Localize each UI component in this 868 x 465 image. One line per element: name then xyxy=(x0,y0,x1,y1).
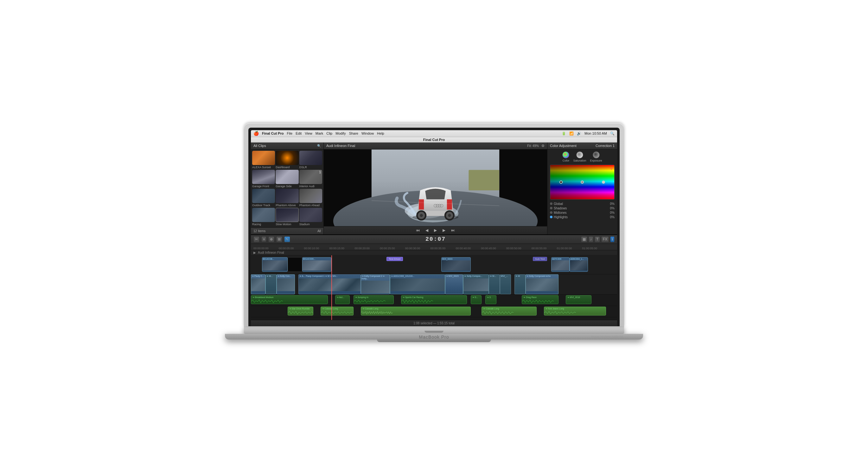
play-to-start-btn[interactable]: ⏮ xyxy=(415,227,421,233)
audio-clip-s2[interactable]: ↠ S xyxy=(485,295,496,304)
audio-clip-sports-car[interactable]: ↠ Sports Car Racing xyxy=(401,295,467,304)
clip-item-dslr[interactable]: DSLR xyxy=(299,151,322,169)
clip-item-slow-motion[interactable]: Slow Motion xyxy=(276,208,299,226)
tl-audio-btn[interactable]: ♪ xyxy=(589,236,594,242)
menu-item-file[interactable]: File xyxy=(287,131,292,135)
video-track-top-clips: Test Driver B014C0B... xyxy=(251,256,617,273)
audio-clip-catwalk1[interactable]: ↠ Catwalk Long xyxy=(320,307,353,315)
tl-tools-icon[interactable]: ✂ xyxy=(253,236,259,242)
mvt-clip-combined[interactable]: ↠ A... Pauly Composed 1 ↠ M ↠ MV... xyxy=(299,274,361,294)
mvt-clip-mvi0023[interactable]: ↠ MVI_0023 xyxy=(445,274,463,294)
video-track-top: Test Driver B014C0B... xyxy=(251,255,617,274)
menu-item-view[interactable]: View xyxy=(305,131,312,135)
menu-search-icon[interactable]: 🔍 xyxy=(610,131,615,135)
mvt-clip-kelly-echo[interactable]: ↠ Kelly Composed echo xyxy=(526,274,558,294)
preview-title: Audi Infineon Final xyxy=(326,144,525,148)
clip-item-interior-audi[interactable]: 1 Interior Audi xyxy=(299,170,322,188)
ruler-mark-10: 00:00:50:00 xyxy=(506,247,521,250)
tl-select-btn[interactable]: ↖ xyxy=(284,236,290,242)
ruler-mark-0: 00:00:00:00 xyxy=(253,247,269,250)
clip-thumb-phantom-ahead xyxy=(299,189,322,203)
menu-item-share[interactable]: Share xyxy=(349,131,358,135)
clip-item-alexa-sunset[interactable]: ALEXA Sunset xyxy=(252,151,275,169)
clip-item-racing[interactable]: Racing xyxy=(252,208,275,226)
menu-item-window[interactable]: Window xyxy=(362,131,374,135)
audio-clip-drag-race[interactable]: ↠ Drag Race xyxy=(522,295,558,304)
mvt-clip-kelly2[interactable]: ↠ Kelly Composed 2 ↠ Kelly... xyxy=(361,274,390,294)
menu-item-help[interactable]: Help xyxy=(377,131,384,135)
clip-item-garage-side[interactable]: Garage Side xyxy=(276,170,299,188)
tl-expand-icon[interactable]: ▶ xyxy=(253,251,256,254)
menu-item-mark[interactable]: Mark xyxy=(315,131,323,135)
audio-clip-toni-jeans[interactable]: ↠ Toni Jeans Long xyxy=(544,307,606,315)
step-back-btn[interactable]: ◀ xyxy=(424,227,430,233)
clip-thumb-outdoor-track xyxy=(252,189,275,203)
tl-fx-btn[interactable]: FX xyxy=(601,236,609,242)
audio-clip-star-drive[interactable]: ↠ Star Drive Rumble xyxy=(288,307,313,315)
a009-clip[interactable]: A09C004_1... xyxy=(569,257,588,272)
mvt-clip-pauly[interactable]: ↠ Pauly C... xyxy=(251,274,266,294)
audio-clip-jumping[interactable]: ↠ Jumping In xyxy=(353,295,394,304)
test-driver-badge[interactable]: Test Driver xyxy=(386,257,403,261)
clip-item-phantom-ahead[interactable]: Phantom Ahead xyxy=(299,189,322,207)
playhead[interactable] xyxy=(331,255,332,320)
clip-thumb-interior-audi: 1 xyxy=(299,170,322,184)
a007-clip[interactable]: A07C006 xyxy=(551,257,569,272)
audio-clip-aut[interactable]: ↠ Aut... xyxy=(335,295,350,304)
sub-text-badge[interactable]: Sub Text xyxy=(533,257,547,261)
mvt-clip-mvi-s[interactable]: MVI_... xyxy=(500,274,511,294)
audio-clip-catwalk2[interactable]: ↠ Catwalk Long xyxy=(361,307,471,315)
mvi-clip[interactable]: MVI_0003 xyxy=(441,257,470,272)
menu-item-app[interactable]: Final Cut Pro xyxy=(262,131,283,135)
macbook-stand xyxy=(377,339,491,342)
color-board[interactable]: + xyxy=(550,165,615,199)
color-tab-exposure[interactable]: Exposure xyxy=(590,151,602,162)
menu-item-clip[interactable]: Clip xyxy=(326,131,332,135)
mvt-clip-kelly1[interactable]: ↠ Kelly Con... xyxy=(277,274,295,294)
color-handle-highlights[interactable] xyxy=(602,181,605,184)
audio-clip-mvi0018[interactable]: ↠ MVI_0018 xyxy=(566,295,591,304)
clip-item-garage-front[interactable]: Garage Front xyxy=(252,170,275,188)
broll-clip-2[interactable]: B014C006... xyxy=(302,257,331,272)
tl-clip-view-btn[interactable]: ▦ xyxy=(581,236,587,242)
clip-thumb-garage-side xyxy=(276,170,299,184)
black-clip[interactable] xyxy=(288,257,302,272)
clip-item-outdoor-track[interactable]: Outdoor Track xyxy=(252,189,275,207)
play-to-end-btn[interactable]: ⏭ xyxy=(450,227,456,233)
step-forward-btn[interactable]: ▶ xyxy=(441,227,447,233)
audio-clip-breakbeat[interactable]: ↠ Breakbeat Medium xyxy=(251,295,328,304)
color-circle-exp xyxy=(593,151,600,158)
clip-item-stadium[interactable]: Stadium xyxy=(299,208,322,226)
apple-logo-icon[interactable]: 🍎 xyxy=(253,131,259,135)
mvt-clip-m1[interactable]: ↠ M... xyxy=(266,274,277,294)
mvt-clip-kelly-comp[interactable]: ↠ Kelly Compos... xyxy=(463,274,489,294)
tl-text-btn[interactable]: T xyxy=(595,236,600,242)
preview-settings-icon[interactable]: ⚙ xyxy=(541,144,545,148)
ruler-mark-11: 00:00:55:00 xyxy=(532,247,547,250)
color-handle-midtones[interactable] xyxy=(581,181,584,184)
audio-star-drive-label: ↠ Star Drive Rumble xyxy=(289,308,310,310)
mvt-clip-m3[interactable]: ↠ M xyxy=(515,274,526,294)
tl-zoom-btn[interactable]: ⊕ xyxy=(268,236,274,242)
broll-clip-1[interactable]: B014C0B... xyxy=(262,257,288,272)
audio-clip-s1[interactable]: ↠ S... xyxy=(471,295,482,304)
color-tab-color[interactable]: Color xyxy=(562,151,569,162)
menu-item-modify[interactable]: Modify xyxy=(336,131,346,135)
mvt-clip-a001[interactable]: ↠ A001C006_101216... xyxy=(390,274,445,294)
browser-search-icon[interactable]: 🔍 xyxy=(317,144,321,148)
mvt-clip-m2[interactable]: ↠ M... xyxy=(489,274,500,294)
ruler-mark-2: 00:00:10:00 xyxy=(304,247,319,250)
tl-blade-btn[interactable]: ≡ xyxy=(261,236,267,242)
audio-clip-catwalk3[interactable]: ↠ Catwalk Long xyxy=(482,307,536,315)
clip-item-dashboard[interactable]: Dashboard xyxy=(276,151,299,169)
color-add-button[interactable]: + xyxy=(610,166,613,172)
a007-label: A07C006 xyxy=(552,257,569,260)
tl-info-btn[interactable]: ℹ xyxy=(610,236,615,242)
menu-item-edit[interactable]: Edit xyxy=(296,131,302,135)
clip-item-phantom-above[interactable]: Phantom Above xyxy=(276,189,299,207)
tl-snap-btn[interactable]: ⊞ xyxy=(276,236,282,242)
play-pause-btn[interactable]: ▶ xyxy=(433,227,438,233)
color-tab-saturation[interactable]: Saturation xyxy=(573,151,586,162)
color-handle-shadows[interactable] xyxy=(559,181,563,184)
color-panel: Color Adjustment Correction 1 Color xyxy=(548,143,617,235)
